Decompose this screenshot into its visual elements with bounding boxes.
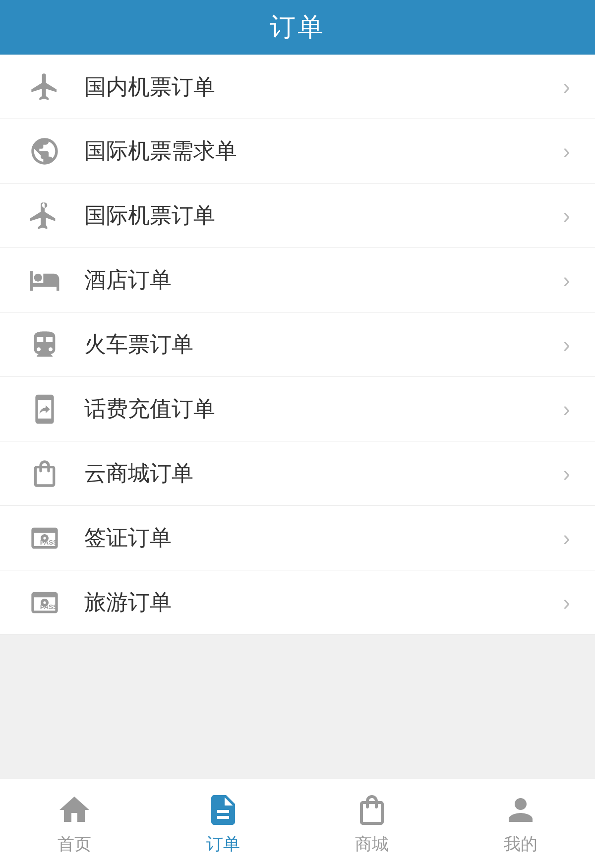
passport-icon: PASS [25,518,64,558]
phone-recharge-label: 话费充值订单 [84,394,563,424]
chevron-right-icon: › [563,74,570,99]
globe-icon [25,131,64,171]
chevron-right-icon: › [563,590,570,615]
visa-label: 签证订单 [84,523,563,553]
nav-mine-label: 我的 [504,833,537,856]
chevron-right-icon: › [563,526,570,551]
menu-item-visa[interactable]: PASS 签证订单 › [0,506,595,570]
home-icon [57,792,92,828]
header: 订单 [0,0,595,55]
chevron-right-icon: › [563,397,570,422]
menu-item-cloud-shop[interactable]: 云商城订单 › [0,441,595,506]
gray-area [0,635,595,779]
svg-text:PASS: PASS [40,603,58,611]
menu-item-hotel[interactable]: 酒店订单 › [0,248,595,312]
travel-passport-icon: PASS [25,583,64,622]
menu-item-international-flight[interactable]: 国际机票订单 › [0,184,595,248]
hotel-icon [25,260,64,300]
chevron-right-icon: › [563,332,570,357]
person-plane-icon [25,196,64,236]
phone-icon [25,389,64,429]
train-label: 火车票订单 [84,330,563,359]
nav-item-mine[interactable]: 我的 [446,779,595,868]
domestic-flight-label: 国内机票订单 [84,72,563,102]
shop-icon [354,792,390,828]
nav-item-home[interactable]: 首页 [0,779,149,868]
hotel-label: 酒店订单 [84,265,563,295]
nav-item-orders[interactable]: 订单 [149,779,298,868]
cloud-shop-label: 云商城订单 [84,459,563,488]
chevron-right-icon: › [563,139,570,164]
mine-icon [503,792,538,828]
chevron-right-icon: › [563,268,570,293]
menu-item-phone-recharge[interactable]: 话费充值订单 › [0,377,595,441]
bag-icon [25,454,64,494]
nav-orders-label: 订单 [206,833,240,856]
nav-home-label: 首页 [58,833,91,856]
orders-icon [205,792,241,828]
menu-item-domestic-flight[interactable]: 国内机票订单 › [0,55,595,119]
intl-flight-label: 国际机票订单 [84,201,563,230]
train-icon [25,325,64,365]
svg-text:PASS: PASS [40,539,58,546]
menu-item-travel[interactable]: PASS 旅游订单 › [0,570,595,635]
menu-item-international-flight-request[interactable]: 国际机票需求单 › [0,119,595,184]
chevron-right-icon: › [563,203,570,228]
bottom-navigation: 首页 订单 商城 我的 [0,779,595,868]
intl-flight-req-label: 国际机票需求单 [84,136,563,166]
travel-label: 旅游订单 [84,588,563,617]
nav-item-shop[interactable]: 商城 [298,779,446,868]
page-title: 订单 [270,10,325,45]
chevron-right-icon: › [563,461,570,486]
menu-item-train[interactable]: 火车票订单 › [0,312,595,377]
plane-icon [25,67,64,107]
nav-shop-label: 商城 [355,833,389,856]
menu-list: 国内机票订单 › 国际机票需求单 › 国际机票订单 › 酒店订单 › [0,55,595,635]
